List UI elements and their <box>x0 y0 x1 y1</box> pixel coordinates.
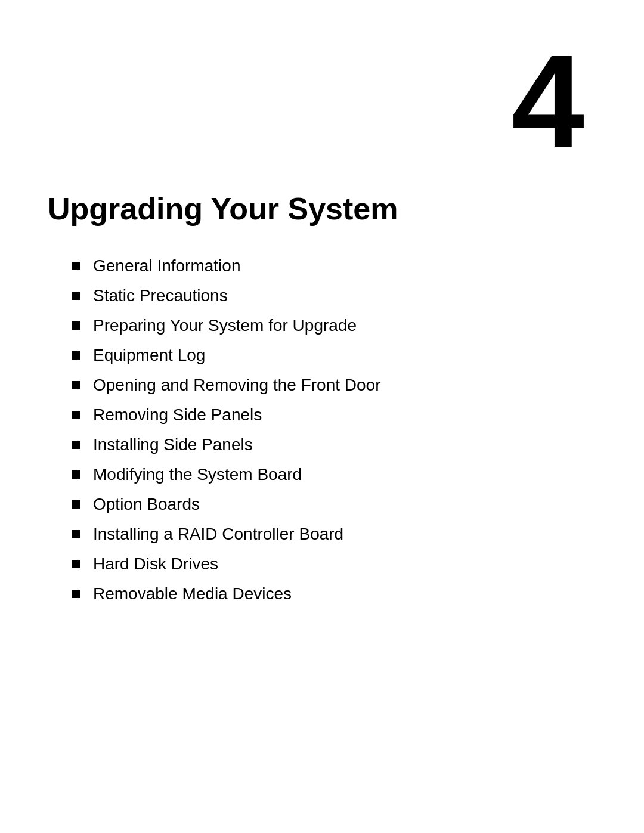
table-of-contents: General InformationStatic PrecautionsPre… <box>72 256 596 603</box>
toc-item-label: Removable Media Devices <box>93 584 292 603</box>
toc-item-label: Option Boards <box>93 495 200 514</box>
bullet-icon <box>72 262 80 270</box>
list-item: Removable Media Devices <box>72 584 596 603</box>
page: 4 Upgrading Your System General Informat… <box>0 0 644 833</box>
toc-item-label: General Information <box>93 256 240 275</box>
bullet-icon <box>72 411 80 419</box>
bullet-icon <box>72 381 80 389</box>
bullet-icon <box>72 321 80 330</box>
bullet-icon <box>72 351 80 360</box>
toc-item-label: Static Precautions <box>93 286 228 305</box>
list-item: Installing a RAID Controller Board <box>72 525 596 544</box>
list-item: Opening and Removing the Front Door <box>72 376 596 395</box>
toc-item-label: Equipment Log <box>93 346 205 365</box>
toc-item-label: Installing a RAID Controller Board <box>93 525 343 544</box>
bullet-icon <box>72 560 80 568</box>
list-item: Option Boards <box>72 495 596 514</box>
list-item: Preparing Your System for Upgrade <box>72 316 596 335</box>
list-item: Hard Disk Drives <box>72 555 596 574</box>
toc-item-label: Removing Side Panels <box>93 405 262 425</box>
toc-item-label: Modifying the System Board <box>93 465 302 484</box>
bullet-icon <box>72 530 80 538</box>
bullet-icon <box>72 500 80 509</box>
toc-item-label: Opening and Removing the Front Door <box>93 376 381 395</box>
chapter-title: Upgrading Your System <box>48 191 596 227</box>
bullet-icon <box>72 441 80 449</box>
chapter-number: 4 <box>512 36 584 167</box>
bullet-icon <box>72 470 80 479</box>
list-item: Static Precautions <box>72 286 596 305</box>
toc-item-label: Preparing Your System for Upgrade <box>93 316 357 335</box>
bullet-icon <box>72 292 80 300</box>
toc-item-label: Installing Side Panels <box>93 435 253 454</box>
bullet-icon <box>72 590 80 598</box>
list-item: Installing Side Panels <box>72 435 596 454</box>
list-item: Equipment Log <box>72 346 596 365</box>
list-item: Modifying the System Board <box>72 465 596 484</box>
list-item: General Information <box>72 256 596 275</box>
toc-item-label: Hard Disk Drives <box>93 555 218 574</box>
list-item: Removing Side Panels <box>72 405 596 425</box>
